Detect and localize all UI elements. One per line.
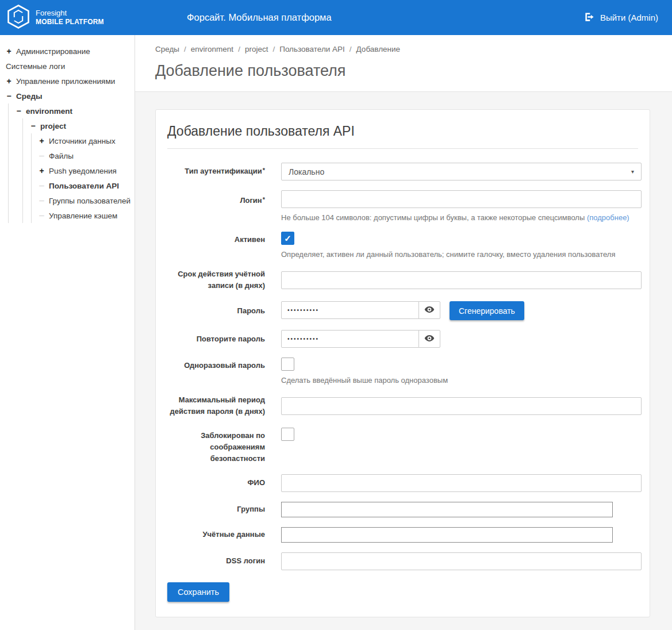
sidebar-item-label: Push уведомления [49,167,117,175]
sidebar-item-data-sources[interactable]: + Источники данных [32,133,135,148]
account-expiry-label: Срок действия учётной записи (в днях) [167,268,265,291]
collapse-minus-icon: − [30,122,36,130]
sidebar-item-label: Администрирование [16,47,90,56]
logout-icon [584,12,595,24]
sidebar-item-user-groups[interactable]: ─ Группы пользователей [32,193,135,208]
sidebar-item-cache-management[interactable]: ─ Управление кэшем [32,208,135,223]
eye-icon [424,335,435,344]
sidebar-item-app-management[interactable]: + Управление приложениями [0,74,135,89]
form-title: Добавление пользователя API [167,121,638,149]
login-input[interactable] [281,190,642,208]
logout-label: Выйти (Admin) [600,13,658,22]
required-marker: * [263,167,265,174]
content-area: Добавление пользователя API Тип аутентиф… [135,92,672,630]
login-label: Логин* [167,190,265,206]
generate-password-button[interactable]: Сгенерировать [450,301,524,320]
breadcrumb-environment[interactable]: environment [191,45,233,53]
breadcrumb-project[interactable]: project [245,45,268,53]
sidebar-item-environments[interactable]: − Среды [0,89,135,103]
sidebar-item-administration[interactable]: + Администрирование [0,44,135,59]
sidebar-item-files[interactable]: ─ Файлы [32,148,135,163]
full-name-label: ФИО [167,477,265,489]
credentials-input[interactable] [281,527,613,543]
sidebar-item-label: Файлы [49,152,74,160]
breadcrumb-current: Добавление [356,45,401,53]
sidebar-item-label: Управление кэшем [49,212,117,220]
field-row-repeat-password: Повторите пароль [167,330,638,348]
field-row-one-time-password: Одноразовый пароль ✓ Сделать введённый в… [167,358,638,385]
breadcrumb-separator: / [350,45,352,53]
max-password-period-label: Максимальный период действия пароля (в д… [167,394,265,417]
breadcrumb-separator: / [184,45,186,53]
blocked-checkbox[interactable]: ✓ [281,428,294,441]
auth-type-select[interactable]: Локально ▾ [281,163,642,180]
logout-button[interactable]: Выйти (Admin) [584,12,672,24]
blocked-label: Заблокирован по соображениям безопастнос… [167,428,265,464]
max-password-period-input[interactable] [281,397,642,415]
field-row-active: Активен ✓ Определяет, активен ли данный … [167,232,638,259]
active-helper: Определяет, активен ли данный пользовате… [281,250,638,259]
field-row-login: Логин* Не больше 104 символов: допустимы… [167,190,638,222]
active-checkbox[interactable]: ✓ [281,232,294,245]
field-row-full-name: ФИО [167,474,638,492]
breadcrumb-separator: / [238,45,240,53]
breadcrumb-api-users[interactable]: Пользователи API [279,45,345,53]
page-title: Добавление пользователя [155,62,672,80]
dss-login-input[interactable] [281,552,642,570]
sidebar-item-label: Среды [16,92,43,101]
save-button[interactable]: Сохранить [167,582,229,602]
logo-line2: MOBILE PLATFORM [36,18,104,26]
login-helper: Не больше 104 символов: допустимы цифры … [281,213,638,222]
field-row-dss-login: DSS логин [167,552,638,570]
eye-icon [424,306,435,315]
tree-dash-icon: ─ [39,152,45,159]
account-expiry-input[interactable] [281,271,642,289]
expand-plus-icon: + [39,167,45,175]
auth-type-label: Тип аутентификации* [167,166,265,177]
repeat-password-label: Повторите пароль [167,333,265,345]
sidebar-item-api-users[interactable]: ─ Пользователи API [32,178,135,193]
field-row-groups: Группы [167,502,638,517]
field-row-auth-type: Тип аутентификации* Локально ▾ [167,163,638,180]
foresight-logo-icon [7,5,30,31]
sidebar-item-label: Источники данных [49,137,116,145]
field-row-credentials: Учётные данные [167,527,638,543]
groups-input[interactable] [281,502,613,517]
breadcrumb: Среды / environment / project / Пользова… [155,45,672,53]
one-time-password-helper: Сделать введённый выше пароль одноразовы… [281,376,638,385]
app-header: Foresight MOBILE PLATFORM Форсайт. Мобил… [0,0,672,35]
sidebar-item-push-notifications[interactable]: + Push уведомления [32,163,135,178]
full-name-input[interactable] [281,474,642,492]
auth-type-value: Локально [289,167,324,176]
password-input[interactable] [281,301,419,319]
credentials-label: Учётные данные [167,529,265,540]
sidebar-item-label: environment [26,107,72,116]
sidebar-item-project[interactable]: − project [23,118,135,133]
sidebar-item-system-logs[interactable]: Системные логи [0,59,135,74]
breadcrumb-environments[interactable]: Среды [155,45,179,53]
sidebar-item-label: Системные логи [6,62,65,71]
repeat-password-input[interactable] [281,330,419,348]
tree-dash-icon: ─ [39,197,45,204]
repeat-password-visibility-button[interactable] [418,330,440,348]
environment-subtree: − project + Источники данных ─ Файлы + P… [22,118,135,223]
one-time-password-checkbox[interactable]: ✓ [281,358,294,371]
sidebar: + Администрирование Системные логи + Упр… [0,35,135,630]
sidebar-item-label: project [40,122,66,130]
environments-subtree: − environment − project + Источники данн… [8,103,135,223]
project-subtree: + Источники данных ─ Файлы + Push уведом… [31,133,135,223]
password-visibility-button[interactable] [418,301,440,319]
sidebar-item-label: Пользователи API [49,182,119,190]
field-row-account-expiry: Срок действия учётной записи (в днях) [167,268,638,291]
expand-plus-icon: + [6,77,12,85]
collapse-minus-icon: − [16,107,22,115]
login-helper-link[interactable]: (подробнее) [587,213,629,222]
groups-label: Группы [167,504,265,515]
expand-plus-icon: + [39,137,45,145]
logo-line1: Foresight [36,9,104,18]
field-row-blocked: Заблокирован по соображениям безопастнос… [167,428,638,464]
field-row-password: Пароль [167,301,638,320]
sidebar-item-label: Управление приложениями [16,77,115,86]
page-head: Среды / environment / project / Пользова… [135,35,672,92]
sidebar-item-environment[interactable]: − environment [9,103,135,118]
